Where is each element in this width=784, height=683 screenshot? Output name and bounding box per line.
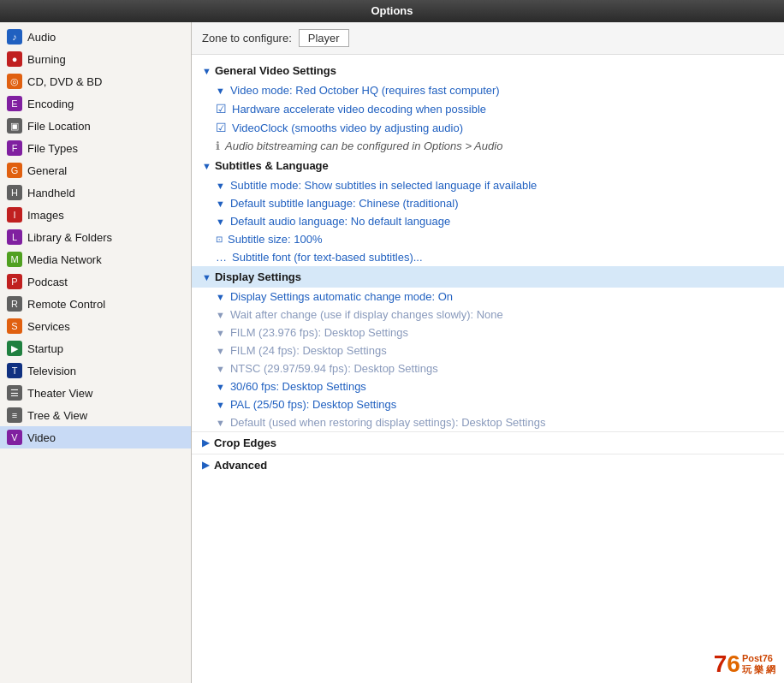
- setting-row-general-video-0[interactable]: ▼Video mode: Red October HQ (requires fa…: [192, 81, 784, 99]
- setting-row-display-settings-3[interactable]: ▼FILM (24 fps): Desktop Settings: [192, 342, 784, 359]
- setting-row-general-video-2[interactable]: ☑VideoClock (smooths video by adjusting …: [192, 118, 784, 137]
- sidebar-item-burning[interactable]: ●Burning: [0, 48, 191, 70]
- television-icon: T: [7, 363, 22, 378]
- setting-row-display-settings-0[interactable]: ▼Display Settings automatic change mode:…: [192, 288, 784, 306]
- watermark: 76 Post76 玩 樂 網: [714, 652, 775, 676]
- dropdown-arrow-display-settings-5: ▼: [216, 382, 225, 392]
- zone-value: Player: [299, 29, 349, 47]
- setting-text-subtitles-language-0: Subtitle mode: Show subtitles in selecte…: [230, 179, 537, 192]
- media-network-label: Media Network: [27, 253, 102, 266]
- library-folders-label: Library & Folders: [27, 231, 112, 244]
- section-header-general-video[interactable]: ▼General Video Settings: [192, 60, 784, 81]
- section-label-display-settings: Display Settings: [215, 270, 301, 283]
- sidebar-item-television[interactable]: TTelevision: [0, 359, 191, 382]
- setting-text-general-video-3: Audio bitstreaming can be configured in …: [225, 140, 502, 152]
- collapsed-section-crop-edges[interactable]: ▶Crop Edges: [192, 431, 784, 454]
- collapsed-arrow-crop-edges: ▶: [202, 437, 209, 448]
- sidebar: ♪Audio●Burning◎CD, DVD & BDEEncoding▣Fil…: [0, 22, 192, 683]
- section-arrow-display-settings: ▼: [202, 272, 211, 282]
- setting-row-display-settings-5[interactable]: ▼30/60 fps: Desktop Settings: [192, 377, 784, 395]
- sidebar-item-audio[interactable]: ♪Audio: [0, 26, 191, 48]
- setting-text-subtitles-language-4: Subtitle font (for text-based subtitles)…: [232, 251, 423, 264]
- setting-row-subtitles-language-0[interactable]: ▼Subtitle mode: Show subtitles in select…: [192, 176, 784, 194]
- sidebar-item-cd-dvd-bd[interactable]: ◎CD, DVD & BD: [0, 70, 191, 92]
- section-label-subtitles-language: Subtitles & Language: [215, 159, 329, 172]
- title-label: Options: [371, 4, 413, 17]
- audio-icon: ♪: [7, 29, 22, 45]
- tree-view-icon: ≡: [7, 407, 22, 423]
- setting-row-display-settings-1[interactable]: ▼Wait after change (use if display chang…: [192, 306, 784, 324]
- zone-bar: Zone to configure: Player: [192, 22, 784, 55]
- resize-icon-subtitles-language-3: ⊡: [216, 235, 223, 244]
- content-panel: Zone to configure: Player ▼General Video…: [192, 22, 784, 683]
- handheld-icon: H: [7, 185, 22, 200]
- dropdown-arrow-display-settings-4: ▼: [216, 364, 225, 374]
- dropdown-arrow-display-settings-3: ▼: [216, 346, 225, 356]
- dropdown-arrow-display-settings-1: ▼: [216, 310, 225, 320]
- setting-text-display-settings-4: NTSC (29.97/59.94 fps): Desktop Settings: [230, 362, 438, 375]
- dropdown-arrow-display-settings-2: ▼: [216, 328, 225, 338]
- dropdown-arrow-general-video-0: ▼: [216, 86, 225, 96]
- setting-row-display-settings-6[interactable]: ▼PAL (25/50 fps): Desktop Settings: [192, 395, 784, 413]
- setting-row-subtitles-language-4[interactable]: …Subtitle font (for text-based subtitles…: [192, 248, 784, 266]
- remote-control-icon: R: [7, 296, 22, 312]
- setting-row-display-settings-7[interactable]: ▼Default (used when restoring display se…: [192, 413, 784, 431]
- info-icon-general-video-3: ℹ: [216, 140, 220, 152]
- sidebar-item-services[interactable]: SServices: [0, 315, 191, 337]
- setting-row-subtitles-language-1[interactable]: ▼Default subtitle language: Chinese (tra…: [192, 194, 784, 212]
- checkbox-general-video-2: ☑: [216, 121, 227, 134]
- general-icon: G: [7, 163, 22, 178]
- dots-icon-subtitles-language-4: …: [216, 251, 227, 264]
- services-icon: S: [7, 318, 22, 334]
- library-folders-icon: L: [7, 229, 22, 245]
- startup-label: Startup: [27, 342, 63, 355]
- remote-control-label: Remote Control: [27, 298, 105, 311]
- setting-row-subtitles-language-2[interactable]: ▼Default audio language: No default lang…: [192, 212, 784, 230]
- setting-row-display-settings-2[interactable]: ▼FILM (23.976 fps): Desktop Settings: [192, 324, 784, 342]
- file-types-icon: F: [7, 140, 22, 156]
- setting-text-general-video-0: Video mode: Red October HQ (requires fas…: [230, 84, 500, 97]
- sidebar-item-theater-view[interactable]: ☰Theater View: [0, 382, 191, 404]
- collapsed-section-advanced[interactable]: ▶Advanced: [192, 454, 784, 476]
- dropdown-arrow-display-settings-7: ▼: [216, 418, 225, 428]
- burning-label: Burning: [27, 53, 66, 66]
- setting-row-general-video-3[interactable]: ℹAudio bitstreaming can be configured in…: [192, 137, 784, 155]
- settings-scroll: ▼General Video Settings▼Video mode: Red …: [192, 55, 784, 683]
- television-label: Television: [27, 365, 76, 377]
- theater-view-icon: ☰: [7, 385, 22, 401]
- sidebar-item-media-network[interactable]: MMedia Network: [0, 248, 191, 270]
- section-header-subtitles-language[interactable]: ▼Subtitles & Language: [192, 155, 784, 176]
- services-label: Services: [27, 320, 70, 333]
- setting-text-subtitles-language-1: Default subtitle language: Chinese (trad…: [230, 197, 459, 210]
- sidebar-item-video[interactable]: VVideo: [0, 426, 191, 448]
- sidebar-item-encoding[interactable]: EEncoding: [0, 92, 191, 115]
- setting-row-display-settings-4[interactable]: ▼NTSC (29.97/59.94 fps): Desktop Setting…: [192, 359, 784, 377]
- sidebar-item-podcast[interactable]: PPodcast: [0, 270, 191, 293]
- section-arrow-general-video: ▼: [202, 66, 211, 76]
- sidebar-item-general[interactable]: GGeneral: [0, 159, 191, 181]
- section-label-general-video: General Video Settings: [215, 64, 336, 77]
- sidebar-item-library-folders[interactable]: LLibrary & Folders: [0, 226, 191, 248]
- sidebar-item-tree-view[interactable]: ≡Tree & View: [0, 404, 191, 426]
- cd-dvd-bd-label: CD, DVD & BD: [27, 75, 102, 88]
- sidebar-item-file-types[interactable]: FFile Types: [0, 137, 191, 159]
- setting-text-display-settings-0: Display Settings automatic change mode: …: [230, 290, 453, 303]
- video-icon: V: [7, 430, 22, 445]
- encoding-label: Encoding: [27, 98, 74, 110]
- section-header-display-settings[interactable]: ▼Display Settings: [192, 266, 784, 288]
- setting-row-subtitles-language-3[interactable]: ⊡Subtitle size: 100%: [192, 230, 784, 248]
- sidebar-item-handheld[interactable]: HHandheld: [0, 181, 191, 204]
- watermark-text: Post76 玩 樂 網: [742, 653, 775, 675]
- audio-label: Audio: [27, 31, 56, 44]
- sidebar-item-startup[interactable]: ▶Startup: [0, 337, 191, 359]
- file-types-label: File Types: [27, 142, 78, 155]
- sidebar-item-images[interactable]: IImages: [0, 204, 191, 226]
- watermark-number: 76: [714, 652, 740, 676]
- setting-text-display-settings-6: PAL (25/50 fps): Desktop Settings: [230, 398, 396, 411]
- sidebar-item-file-location[interactable]: ▣File Location: [0, 115, 191, 137]
- setting-row-general-video-1[interactable]: ☑Hardware accelerate video decoding when…: [192, 99, 784, 118]
- burning-icon: ●: [7, 51, 22, 67]
- sidebar-item-remote-control[interactable]: RRemote Control: [0, 293, 191, 315]
- general-label: General: [27, 164, 67, 177]
- setting-text-display-settings-5: 30/60 fps: Desktop Settings: [230, 380, 366, 393]
